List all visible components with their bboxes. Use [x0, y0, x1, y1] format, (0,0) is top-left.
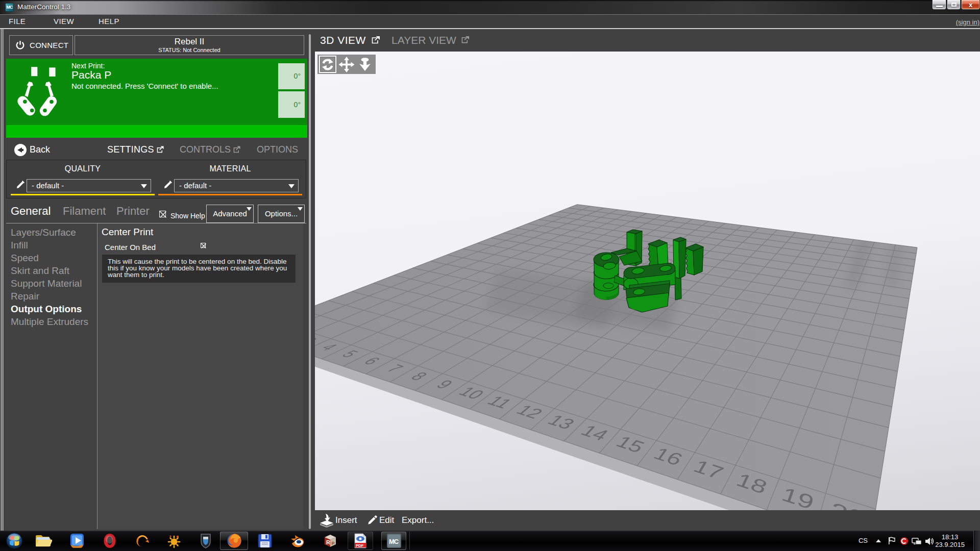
- svg-text:MC: MC: [389, 538, 399, 545]
- svg-text:P: P: [332, 541, 335, 546]
- svg-text:R: R: [326, 539, 330, 545]
- svg-text:PDF: PDF: [356, 543, 363, 548]
